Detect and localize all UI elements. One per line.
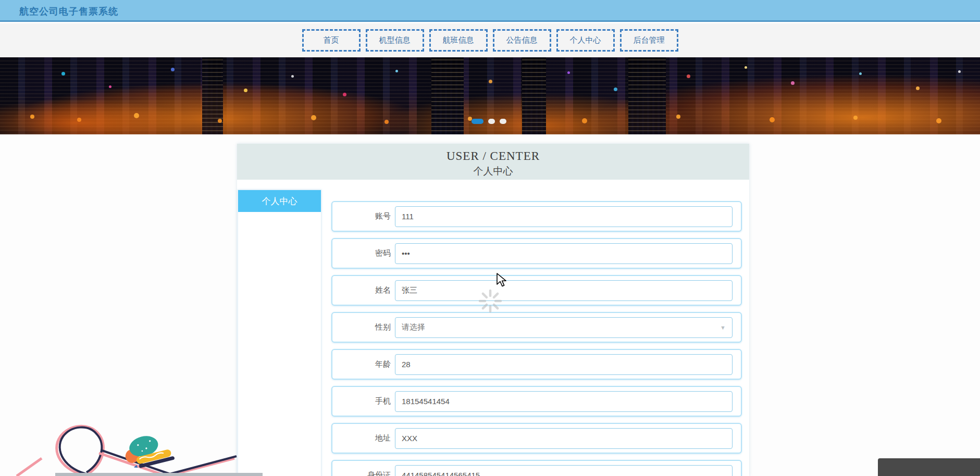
- hero-skyscraper: [522, 57, 546, 134]
- phone-label: 手机: [339, 396, 391, 406]
- nav-item-aircraft-info[interactable]: 机型信息: [366, 29, 424, 52]
- carousel-dots: [472, 119, 506, 124]
- age-label: 年龄: [339, 359, 391, 369]
- age-row: 年龄: [331, 349, 742, 380]
- phone-input[interactable]: [395, 391, 733, 412]
- page-title-zh: 个人中心: [237, 164, 749, 178]
- idcard-label: 身份证: [339, 470, 391, 476]
- address-input[interactable]: [395, 428, 733, 449]
- hero-skyscraper: [628, 57, 666, 134]
- name-label: 姓名: [339, 285, 391, 295]
- screen-overlay-box: [878, 458, 980, 476]
- gender-row: 性别 请选择 ▼: [331, 312, 742, 343]
- nav-item-home[interactable]: 首页: [302, 29, 361, 52]
- hero-skyscraper: [431, 57, 464, 134]
- nav-item-admin[interactable]: 后台管理: [620, 29, 678, 52]
- carousel-dot-1[interactable]: [472, 119, 483, 124]
- idcard-row: 身份证: [331, 460, 742, 476]
- password-row: 密码: [331, 238, 742, 269]
- hero-skyscraper: [202, 57, 223, 134]
- page-title-panel: USER / CENTER 个人中心: [237, 144, 749, 180]
- main-nav: 首页 机型信息 航班信息 公告信息 个人中心 后台管理: [0, 23, 980, 57]
- name-row: 姓名: [331, 275, 742, 306]
- sidebar: 个人中心: [238, 190, 321, 476]
- account-label: 账号: [339, 211, 391, 221]
- mouse-cursor: [497, 273, 508, 289]
- footer-edge-strip: [55, 473, 263, 476]
- content-body: 个人中心 账号 密码 姓名 性别 请选择 ▼: [237, 190, 749, 476]
- nav-item-announcements[interactable]: 公告信息: [493, 29, 551, 52]
- carousel-dot-2[interactable]: [488, 119, 495, 124]
- phone-row: 手机: [331, 386, 742, 417]
- password-label: 密码: [339, 248, 391, 258]
- loading-spinner-icon: [478, 289, 502, 313]
- gender-label: 性别: [339, 322, 391, 332]
- page-title-en: USER / CENTER: [237, 148, 749, 164]
- name-input[interactable]: [395, 280, 733, 301]
- chevron-down-icon: ▼: [720, 324, 726, 331]
- hero-street-lights: [0, 57, 2, 59]
- account-input[interactable]: [395, 206, 733, 227]
- gender-select-value: 请选择: [402, 322, 425, 332]
- nav-item-personal-center[interactable]: 个人中心: [556, 29, 615, 52]
- address-row: 地址: [331, 423, 742, 454]
- password-input[interactable]: [395, 243, 733, 264]
- gender-select[interactable]: 请选择 ▼: [395, 317, 733, 338]
- profile-form: 账号 密码 姓名 性别 请选择 ▼ 年龄: [331, 201, 742, 476]
- app-header: 航空公司电子售票系统: [0, 0, 980, 22]
- address-label: 地址: [339, 433, 391, 443]
- nav-item-flight-info[interactable]: 航班信息: [429, 29, 488, 52]
- idcard-input[interactable]: [395, 465, 733, 476]
- app-title: 航空公司电子售票系统: [19, 5, 118, 18]
- age-input[interactable]: [395, 354, 733, 375]
- account-row: 账号: [331, 201, 742, 232]
- carousel-dot-3[interactable]: [500, 119, 506, 124]
- sidebar-item-personal-center[interactable]: 个人中心: [238, 190, 321, 212]
- paper-plane-loop-illustration: [10, 422, 255, 476]
